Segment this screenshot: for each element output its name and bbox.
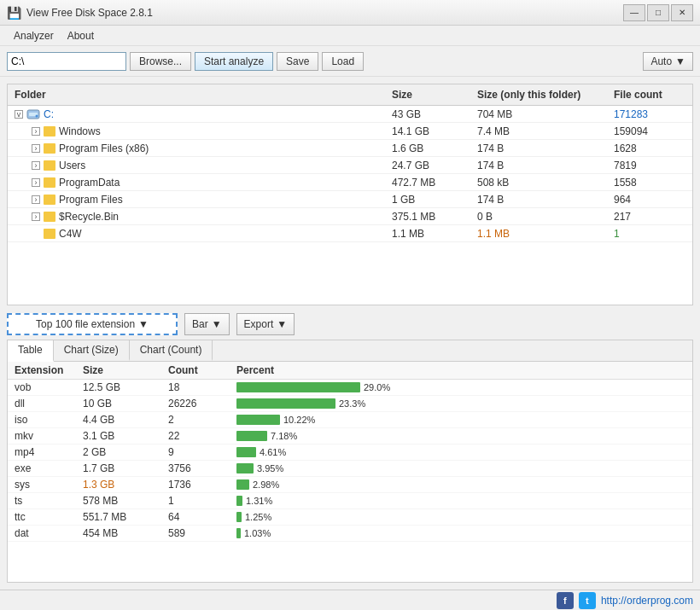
load-button[interactable]: Load <box>322 52 364 71</box>
expand-pf-icon[interactable]: › <box>32 195 40 204</box>
ext-col-percent[interactable]: Percent <box>230 362 685 379</box>
tree-cell-count: 7819 <box>607 159 692 172</box>
tree-cell-count: 964 <box>607 193 692 206</box>
tab-chart-size[interactable]: Chart (Size) <box>54 340 130 361</box>
ext-table-row[interactable]: exe 1.7 GB 3756 3.95% <box>8 461 692 477</box>
ext-table-row[interactable]: dll 10 GB 26226 23.3% <box>8 396 692 412</box>
drive-name: C: <box>44 108 54 120</box>
folder-name: ProgramData <box>59 177 120 189</box>
start-analyze-button[interactable]: Start analyze <box>195 52 273 71</box>
ext-cell-percent: 10.22% <box>230 414 685 426</box>
facebook-icon[interactable]: f <box>557 592 574 609</box>
tree-row-programdata[interactable]: › ProgramData 472.7 MB 508 kB 1558 <box>8 174 692 191</box>
ext-table-row[interactable]: mp4 2 GB 9 4.61% <box>8 444 692 461</box>
tab-chart-count[interactable]: Chart (Count) <box>130 340 213 361</box>
ext-table-row[interactable]: vob 12.5 GB 18 29.0% <box>8 380 692 396</box>
expand-drive-icon[interactable]: v <box>15 110 23 119</box>
browse-button[interactable]: Browse... <box>130 52 191 71</box>
tree-row-c4w[interactable]: C4W 1.1 MB 1.1 MB 1 <box>8 225 692 242</box>
menu-bar: Analyzer About <box>0 26 700 46</box>
tree-header-file-count[interactable]: File count <box>607 87 692 102</box>
footer-link[interactable]: http://orderprog.com <box>601 595 693 607</box>
ext-cell-percent: 1.03% <box>230 527 685 539</box>
ext-cell-count: 64 <box>161 510 230 524</box>
tree-cell-name: C4W <box>8 227 385 241</box>
expand-pfx86-icon[interactable]: › <box>32 144 40 153</box>
tree-cell-count: 159094 <box>607 125 692 138</box>
bar-button[interactable]: Bar ▼ <box>184 313 230 335</box>
expand-programdata-icon[interactable]: › <box>32 178 40 187</box>
tree-header-size-only[interactable]: Size (only this folder) <box>470 87 607 102</box>
path-input[interactable] <box>7 52 126 71</box>
ext-cell-percent: 1.25% <box>230 511 685 523</box>
ext-cell-extension: ttc <box>8 510 76 524</box>
ext-table-header: Extension Size Count Percent <box>8 362 692 380</box>
ext-col-size[interactable]: Size <box>76 362 161 379</box>
tree-cell-size: 1.1 MB <box>385 227 470 241</box>
tree-header-size[interactable]: Size <box>385 87 470 102</box>
ext-cell-extension: ts <box>8 494 76 508</box>
minimize-button[interactable]: — <box>623 4 645 21</box>
ext-table-row[interactable]: dat 454 MB 589 1.03% <box>8 526 692 542</box>
ext-table-row[interactable]: sys 1.3 GB 1736 2.98% <box>8 477 692 493</box>
ext-cell-count: 2 <box>161 413 230 427</box>
footer: f t http://orderprog.com <box>0 590 700 610</box>
tree-row-recycle[interactable]: › $Recycle.Bin 375.1 MB 0 B 217 <box>8 208 692 225</box>
title-controls: — □ ✕ <box>623 4 693 21</box>
drive-icon <box>26 108 40 120</box>
folder-icon <box>44 195 55 205</box>
top100-button[interactable]: Top 100 file extension ▼ <box>7 313 178 335</box>
folder-name: $Recycle.Bin <box>59 211 119 223</box>
tree-row-users[interactable]: › Users 24.7 GB 174 B 7819 <box>8 157 692 174</box>
ext-cell-size: 10 GB <box>76 397 161 410</box>
save-button[interactable]: Save <box>277 52 318 71</box>
expand-windows-icon[interactable]: › <box>32 127 40 136</box>
scrollbar-track-header <box>685 362 692 379</box>
close-button[interactable]: ✕ <box>671 4 693 21</box>
ext-table-row[interactable]: iso 4.4 GB 2 10.22% <box>8 412 692 428</box>
ext-table-row[interactable]: mkv 3.1 GB 22 7.18% <box>8 428 692 444</box>
folder-name: Program Files (x86) <box>59 142 149 154</box>
tree-cell-size: 14.1 GB <box>385 125 470 138</box>
percent-label: 1.31% <box>246 496 272 506</box>
menu-item-about[interactable]: About <box>61 26 101 45</box>
tree-cell-size-only: 174 B <box>470 193 607 206</box>
tree-row-windows[interactable]: › Windows 14.1 GB 7.4 MB 159094 <box>8 123 692 140</box>
tree-cell-size: 472.7 MB <box>385 176 470 189</box>
expand-recycle-icon[interactable]: › <box>32 212 40 221</box>
tree-row-drive[interactable]: v C: 43 GB 704 MB 171283 <box>8 106 692 123</box>
ext-cell-extension: exe <box>8 462 76 475</box>
percent-label: 10.22% <box>283 415 315 425</box>
ext-cell-extension: dll <box>8 397 76 410</box>
folder-icon <box>44 126 55 137</box>
percent-label: 4.61% <box>260 447 286 457</box>
ext-col-count[interactable]: Count <box>161 362 230 379</box>
folder-icon <box>44 212 55 222</box>
ext-cell-size: 3.1 GB <box>76 429 161 443</box>
ext-col-extension[interactable]: Extension <box>8 362 76 379</box>
export-label: Export <box>244 318 274 330</box>
ext-panel: Table Chart (Size) Chart (Count) Extensi… <box>7 340 693 583</box>
maximize-button[interactable]: □ <box>647 4 669 21</box>
folder-name: Program Files <box>59 194 123 206</box>
auto-button[interactable]: Auto ▼ <box>643 52 693 71</box>
tree-row-programfiles[interactable]: › Program Files 1 GB 174 B 964 <box>8 191 692 208</box>
ext-cell-percent: 4.61% <box>230 446 685 458</box>
twitter-icon[interactable]: t <box>579 592 596 609</box>
ext-cell-size: 578 MB <box>76 494 161 508</box>
expand-users-icon[interactable]: › <box>32 161 40 170</box>
tree-cell-count: 1558 <box>607 176 692 189</box>
ext-cell-count: 3756 <box>161 462 230 475</box>
tree-cell-count: 1 <box>607 227 692 241</box>
folder-name: C4W <box>59 228 82 240</box>
auto-arrow-icon: ▼ <box>675 55 685 67</box>
ext-table-row[interactable]: ts 578 MB 1 1.31% <box>8 493 692 509</box>
ext-cell-percent: 1.31% <box>230 495 685 507</box>
export-button[interactable]: Export ▼ <box>236 313 295 335</box>
tree-row-programfiles-x86[interactable]: › Program Files (x86) 1.6 GB 174 B 1628 <box>8 140 692 157</box>
menu-item-analyzer[interactable]: Analyzer <box>7 26 61 45</box>
tab-table[interactable]: Table <box>8 340 54 362</box>
ext-table-row[interactable]: ttc 551.7 MB 64 1.25% <box>8 509 692 526</box>
tree-header-folder[interactable]: Folder <box>8 87 385 102</box>
ext-cell-extension: iso <box>8 413 76 427</box>
